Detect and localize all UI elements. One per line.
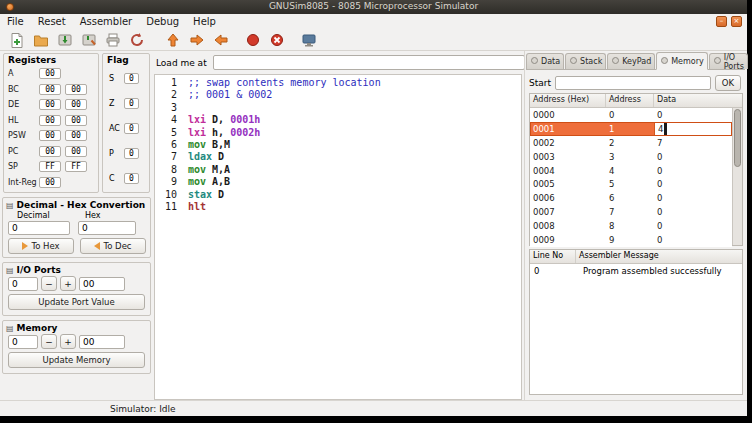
memory-row[interactable]: 000000	[530, 108, 732, 122]
port-value-input[interactable]	[79, 277, 125, 291]
register-value[interactable]: FF	[39, 161, 61, 172]
start-address-input[interactable]	[555, 76, 711, 90]
flag-value[interactable]: 0	[124, 148, 139, 159]
cell-address-hex: 0007	[530, 205, 606, 219]
editor-lines: 1;; swap contents memory location2;; 000…	[155, 77, 521, 213]
show-keypad-button[interactable]	[298, 30, 319, 50]
cell-address-hex: 0003	[530, 150, 606, 164]
register-value[interactable]: 00	[65, 130, 87, 141]
menu-assembler[interactable]: Assembler	[73, 14, 140, 29]
memory-table-scrollbar[interactable]	[732, 108, 742, 245]
decimal-label: Decimal	[17, 211, 85, 220]
register-label: DE	[8, 100, 39, 109]
register-value[interactable]: 00	[39, 177, 61, 188]
message-row[interactable]: 0Program assembled successfully	[530, 264, 742, 278]
tab-label: I/O Ports	[724, 53, 744, 71]
save-file-button[interactable]	[54, 30, 75, 50]
port-address-increment-button[interactable]: +	[60, 276, 76, 291]
flag-value[interactable]: 0	[124, 98, 139, 109]
tab-keypad[interactable]: KeyPad	[607, 53, 655, 69]
to-hex-label: To Hex	[31, 241, 59, 251]
register-value[interactable]: 00	[65, 99, 87, 110]
menu-reset[interactable]: Reset	[31, 14, 73, 29]
tab-icon	[530, 56, 539, 67]
ok-button[interactable]: OK	[715, 75, 741, 91]
converter-header[interactable]: ▤ Decimal - Hex Convertion	[3, 198, 150, 211]
cell-data: 7	[654, 136, 732, 150]
memory-value-input[interactable]	[79, 335, 125, 349]
statusbar: Simulator: Idle	[0, 400, 747, 416]
assemble-button[interactable]	[162, 30, 183, 50]
reset-button[interactable]	[126, 30, 147, 50]
column-header: Assembler Message	[576, 250, 742, 263]
to-hex-button[interactable]: To Hex	[8, 238, 74, 254]
flag-label: S	[109, 74, 124, 83]
window-minimize-button[interactable]: –	[716, 16, 727, 27]
code-line: 1;; swap contents memory location	[155, 77, 521, 89]
port-address-decrement-button[interactable]: −	[41, 276, 57, 291]
register-value[interactable]: 00	[65, 146, 87, 157]
port-address-input[interactable]	[8, 277, 38, 291]
memory-address-decrement-button[interactable]: −	[41, 334, 57, 349]
scrollbar-thumb[interactable]	[734, 109, 741, 167]
decimal-input[interactable]	[8, 221, 70, 235]
flag-value[interactable]: 0	[124, 173, 139, 184]
register-value[interactable]: 00	[39, 99, 61, 110]
clear-breakpoints-button[interactable]	[266, 30, 287, 50]
register-value[interactable]: 00	[39, 130, 61, 141]
code-editor[interactable]: 1;; swap contents memory location2;; 000…	[154, 74, 522, 400]
load-address-input[interactable]	[213, 55, 525, 70]
toggle-breakpoint-button[interactable]	[242, 30, 263, 50]
code-text: mov B,M	[188, 139, 230, 151]
register-value[interactable]: 00	[39, 115, 61, 126]
step-forward-button[interactable]	[186, 30, 207, 50]
memory-row[interactable]: 000660	[530, 191, 732, 205]
cell-data: 0	[654, 177, 732, 191]
register-row: PSW0000	[4, 128, 98, 144]
memory-row[interactable]: 000990	[530, 233, 732, 247]
new-file-button[interactable]	[6, 30, 27, 50]
cell-data-editing[interactable]: 4	[654, 122, 732, 136]
memory-panel-header[interactable]: ▤ Memory	[3, 321, 150, 334]
register-value[interactable]: 00	[39, 84, 61, 95]
cell-address-hex: 0009	[530, 233, 606, 247]
memory-row[interactable]: 000114	[530, 122, 732, 136]
memory-address-increment-button[interactable]: +	[60, 334, 76, 349]
column-header: Line No	[530, 250, 576, 263]
register-value[interactable]: 00	[39, 146, 61, 157]
flag-value[interactable]: 0	[124, 73, 139, 84]
menu-debug[interactable]: Debug	[139, 14, 186, 29]
flag-value[interactable]: 0	[124, 123, 139, 134]
save-as-icon	[81, 32, 97, 48]
line-number: 10	[155, 189, 177, 201]
save-as-button[interactable]	[78, 30, 99, 50]
menu-help[interactable]: Help	[186, 14, 223, 29]
flag-label: Z	[109, 99, 124, 108]
tab-memory[interactable]: Memory	[656, 52, 708, 70]
memory-address-input[interactable]	[8, 335, 38, 349]
window-close-button[interactable]: ×	[731, 16, 742, 27]
register-value[interactable]: 00	[65, 115, 87, 126]
print-button[interactable]	[102, 30, 123, 50]
register-value[interactable]: 00	[39, 68, 61, 79]
update-port-value-button[interactable]: Update Port Value	[8, 294, 145, 310]
tab-i-o-ports[interactable]: I/O Ports	[709, 53, 748, 69]
memory-row[interactable]: 000330	[530, 150, 732, 164]
memory-row[interactable]: 000440	[530, 164, 732, 178]
tab-stack[interactable]: Stack	[565, 53, 606, 69]
memory-row[interactable]: 000550	[530, 177, 732, 191]
register-value[interactable]: 00	[65, 84, 87, 95]
memory-row[interactable]: 000880	[530, 219, 732, 233]
io-ports-header[interactable]: ▤ I/O Ports	[3, 263, 150, 276]
to-dec-button[interactable]: To Dec	[80, 238, 146, 254]
hex-input[interactable]	[78, 221, 136, 235]
register-value[interactable]: FF	[65, 161, 87, 172]
memory-row[interactable]: 000770	[530, 205, 732, 219]
memory-row[interactable]: 000227	[530, 136, 732, 150]
hex-label: Hex	[85, 211, 101, 220]
tab-data[interactable]: Data	[526, 53, 564, 69]
update-memory-button[interactable]: Update Memory	[8, 352, 145, 368]
open-file-button[interactable]	[30, 30, 51, 50]
step-back-button[interactable]	[210, 30, 231, 50]
menu-file[interactable]: File	[0, 14, 31, 29]
